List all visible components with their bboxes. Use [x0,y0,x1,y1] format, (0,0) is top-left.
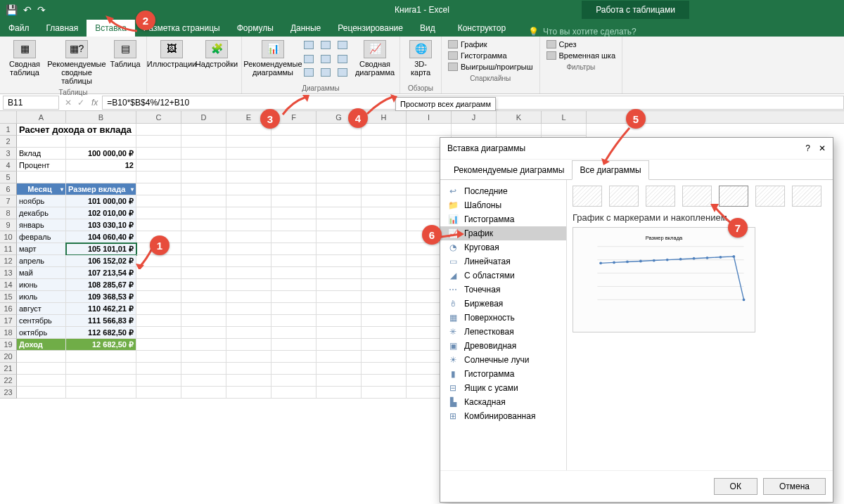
tab-formulas[interactable]: Формулы [229,20,282,37]
col-header-j[interactable]: J [452,111,497,123]
cat-icon-5: ▭ [447,257,459,266]
group-filters: Срез Временная шка Фильтры [540,37,623,93]
accept-formula-icon[interactable]: ✓ [75,98,87,108]
map-chart-icon[interactable] [338,41,347,49]
rec-chart-icon: 📊 [262,40,284,58]
chart-preview[interactable]: Размер вклада [573,227,755,332]
cancel-formula-icon[interactable]: ✕ [62,98,75,108]
sparkline-column-button[interactable]: Гистограмма [447,51,534,60]
cat-12[interactable]: ☀Солнечные лучи [440,353,566,367]
row-1[interactable]: 1Расчет дохода от вклада [0,124,844,136]
save-icon[interactable]: 💾 [6,4,18,15]
subtype-100-stacked-markers[interactable] [755,186,785,207]
chart-category-list: ↩Последние📁Шаблоны📊Гистограмма📈График◔Кр… [440,180,567,470]
redo-icon[interactable]: ↷ [37,4,46,15]
group-label-tours: Обзоры [404,83,437,92]
ok-button[interactable]: ОК [714,478,757,495]
scatter-chart-icon[interactable] [321,55,331,63]
hier-chart-icon[interactable] [304,68,314,77]
cat-8[interactable]: 🕯Биржевая [440,297,566,311]
funnel-chart-icon[interactable] [338,55,347,63]
cat-10[interactable]: ✳Лепестковая [440,325,566,339]
cat-14[interactable]: ⊟Ящик с усами [440,381,566,395]
stat-chart-icon[interactable] [321,68,331,77]
tab-review[interactable]: Рецензирование [329,20,411,37]
timeline-button[interactable]: Временная шка [546,51,617,60]
cat-11[interactable]: ▣Древовидная [440,339,566,353]
rec-pivot-icon: ▦? [65,40,88,58]
pivot-table-button[interactable]: ▦Сводная таблица [4,38,45,87]
cat-1[interactable]: 📁Шаблоны [440,198,566,212]
recommended-charts-button[interactable]: 📊Рекомендуемые диаграммы [246,38,300,83]
col-header-l[interactable]: L [542,111,587,123]
cat-icon-9: ▦ [447,313,459,323]
col-header-d[interactable]: D [181,111,226,123]
cancel-button[interactable]: Отмена [763,478,826,495]
cat-icon-13: ▮ [447,369,459,379]
svg-point-13 [706,257,709,259]
callout-6: 6 [422,225,442,245]
3d-map-button[interactable]: 🌐3D-карта [404,38,437,83]
col-header-c[interactable]: C [136,111,181,123]
svg-point-15 [732,255,735,258]
cat-6[interactable]: ◢С областями [440,269,566,283]
cat-7[interactable]: ⋯Точечная [440,283,566,297]
col-header-k[interactable]: K [497,111,542,123]
cat-0[interactable]: ↩Последние [440,184,566,198]
cat-5[interactable]: ▭Линейчатая [440,254,566,269]
svg-point-10 [666,259,669,261]
recommended-pivot-button[interactable]: ▦?Рекомендуемые сводные таблицы [49,38,104,87]
cat-icon-6: ◢ [447,271,459,280]
pivot-chart-button[interactable]: 📈Сводная диаграмма [354,38,395,83]
contextual-tab-title: Работа с таблицами [582,1,689,19]
tab-data[interactable]: Данные [282,20,329,37]
select-all-corner[interactable] [0,111,17,123]
chart-gallery [304,38,350,83]
cat-icon-8: 🕯 [447,299,459,309]
group-label-filters: Фильтры [544,62,618,71]
undo-icon[interactable]: ↶ [23,4,32,15]
svg-marker-22 [457,230,464,238]
subtype-100-stacked-line[interactable] [646,186,675,207]
illustrations-button[interactable]: 🖼Иллюстрации [151,38,192,92]
cat-16[interactable]: ⊞Комбинированная [440,409,566,423]
tab-home[interactable]: Главная [38,20,87,37]
combo-chart-icon[interactable] [338,68,347,77]
subtype-line-markers[interactable] [682,186,712,207]
close-icon[interactable]: ✕ [819,143,826,153]
cat-icon-15: ▙ [447,397,459,407]
addins-button[interactable]: 🧩Надстройки [196,38,237,92]
spark-line-icon [448,40,458,49]
tab-design[interactable]: Конструктор [449,20,514,37]
bar-chart-icon[interactable] [304,41,314,49]
dialog-tab-recommended[interactable]: Рекомендуемые диаграммы [446,160,572,180]
col-header-a[interactable]: A [17,111,66,123]
tab-file[interactable]: Файл [0,20,38,37]
cat-9[interactable]: ▦Поверхность [440,311,566,325]
pictures-icon: 🖼 [160,40,183,58]
slicer-button[interactable]: Срез [546,39,617,49]
cat-icon-0: ↩ [447,186,459,196]
sparkline-line-button[interactable]: График [447,39,534,49]
svg-point-9 [653,259,656,262]
name-box[interactable]: B11 [3,96,59,110]
tab-view[interactable]: Вид [411,20,444,37]
cat-2[interactable]: 📊Гистограмма [440,212,566,226]
fx-icon[interactable]: fx [87,98,102,108]
subtype-stacked-line[interactable] [609,186,639,207]
spark-wl-icon [448,63,458,71]
table-button[interactable]: ▤Таблица [108,38,142,87]
cat-icon-10: ✳ [447,327,459,337]
tell-me[interactable]: 💡Что вы хотите сделать? [528,27,637,37]
sparkline-winloss-button[interactable]: Выигрыш/проигрыш [447,62,534,72]
subtype-3d-line[interactable] [792,186,821,207]
cat-13[interactable]: ▮Гистограмма [440,367,566,381]
pie-chart-icon[interactable] [304,55,314,63]
col-header-i[interactable]: I [407,111,452,123]
cat-4[interactable]: ◔Круговая [440,240,566,254]
help-icon[interactable]: ? [805,143,810,153]
col-header-b[interactable]: B [66,111,136,123]
line-chart-icon[interactable] [321,41,331,49]
cat-15[interactable]: ▙Каскадная [440,395,566,409]
subtype-line[interactable] [573,186,602,207]
